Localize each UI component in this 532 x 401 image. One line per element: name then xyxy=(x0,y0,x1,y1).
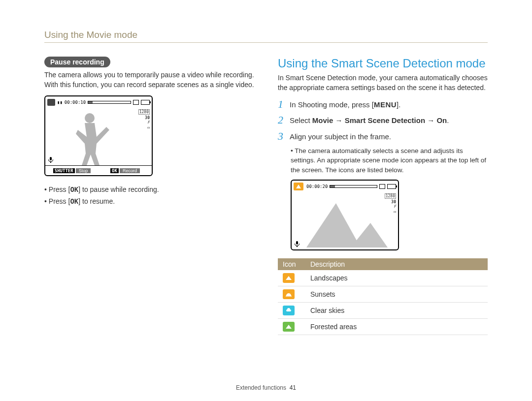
battery-icon xyxy=(141,100,150,105)
card-icon-2 xyxy=(379,184,385,189)
svg-point-0 xyxy=(85,113,95,123)
smart-scene-intro: In Smart Scene Detection mode, your came… xyxy=(278,73,488,93)
landscape-icon xyxy=(283,273,295,283)
svg-rect-5 xyxy=(296,241,298,245)
sky-icon xyxy=(283,306,295,315)
step-1: 1 In Shooting mode, press [MENU]. xyxy=(278,98,488,110)
mic-icon xyxy=(47,156,54,163)
icon-description: Sunsets xyxy=(305,286,488,303)
steps-list: 1 In Shooting mode, press [MENU]. 2 Sele… xyxy=(278,98,488,142)
left-column: Pause recording The camera allows you to… xyxy=(44,57,254,335)
table-row: Clear skies xyxy=(278,303,488,319)
page-title: Using the Movie mode xyxy=(44,30,488,43)
step-num-3: 3 xyxy=(278,130,290,142)
icon-description: Forested areas xyxy=(305,319,488,335)
timer-text: 00:00:10 xyxy=(65,100,86,105)
battery-icon-2 xyxy=(387,184,396,189)
boy-silhouette xyxy=(70,111,109,165)
footer-section: Extended functions xyxy=(236,384,286,391)
page-footer: Extended functions 41 xyxy=(0,384,532,391)
progress-bar-2 xyxy=(330,185,377,188)
camera-screen-scene: 00:00:20 1280 30F ▭ xyxy=(291,180,399,250)
svg-marker-4 xyxy=(351,223,388,247)
card-icon xyxy=(133,100,139,105)
step-3: 3 Align your subject in the frame. xyxy=(278,130,488,142)
icon-description: Clear skies xyxy=(305,303,488,319)
screen-right-indicators: 1280 30F ▭ xyxy=(138,109,150,131)
table-row: Sunsets xyxy=(278,286,488,303)
smart-scene-title: Using the Smart Scene Detection mode xyxy=(278,57,488,70)
camera-screen-pause: ▮▮ 00:00:10 1280 30F ▭ xyxy=(44,95,153,176)
screen-bottom-bar: SHUTTER Stop OK Record xyxy=(45,165,152,175)
forest-icon xyxy=(283,322,295,332)
sunset-icon xyxy=(283,289,295,299)
stop-label: Stop xyxy=(76,168,91,173)
mic-icon-2 xyxy=(294,241,300,247)
right-column: Using the Smart Scene Detection mode In … xyxy=(278,57,488,335)
svg-marker-3 xyxy=(306,203,361,247)
screen-top-bar-2: 00:00:20 xyxy=(306,183,396,190)
table-row: Forested areas xyxy=(278,319,488,335)
bullet-resume: Press [OK] to resume. xyxy=(44,196,254,208)
svg-marker-8 xyxy=(286,325,292,329)
pause-recording-pill: Pause recording xyxy=(44,57,110,67)
shutter-key-label: SHUTTER xyxy=(53,168,75,173)
bullet-pause: Press [OK] to pause while recording. xyxy=(44,184,254,196)
step-num-1: 1 xyxy=(278,98,290,110)
mountain-silhouette xyxy=(297,198,395,249)
step-2: 2 Select Movie → Smart Scene Detection →… xyxy=(278,114,488,126)
content-columns: Pause recording The camera allows you to… xyxy=(44,57,488,335)
footer-page: 41 xyxy=(290,384,296,391)
fps-badge: 30F xyxy=(138,116,150,124)
th-icon: Icon xyxy=(278,258,305,270)
screen-top-bar: ▮▮ 00:00:10 xyxy=(47,98,150,106)
record-label: Record xyxy=(120,168,140,173)
step-num-2: 2 xyxy=(278,114,290,126)
svg-rect-1 xyxy=(50,157,52,160)
movie-mode-icon xyxy=(47,99,55,106)
table-row: Landscapes xyxy=(278,270,488,286)
meter-icon: ▭ xyxy=(138,125,150,130)
step-3-sub-bullet: The camera automatically selects a scene… xyxy=(291,146,488,175)
icon-description: Landscapes xyxy=(305,270,488,286)
timer-text-2: 00:00:20 xyxy=(306,184,328,189)
svg-marker-6 xyxy=(286,276,292,280)
th-description: Description xyxy=(305,258,488,270)
scene-mode-icon xyxy=(294,183,303,190)
progress-bar xyxy=(88,101,131,104)
resolution-badge: 1280 xyxy=(138,109,150,115)
svg-rect-7 xyxy=(286,296,292,297)
icon-description-table: Icon Description LandscapesSunsetsClear … xyxy=(278,258,488,335)
svg-marker-2 xyxy=(296,185,301,188)
pause-bullets: Press [OK] to pause while recording. Pre… xyxy=(44,184,254,208)
pause-recording-intro: The camera allows you to temporarily pau… xyxy=(44,70,254,90)
ok-key-label: OK xyxy=(110,168,119,173)
